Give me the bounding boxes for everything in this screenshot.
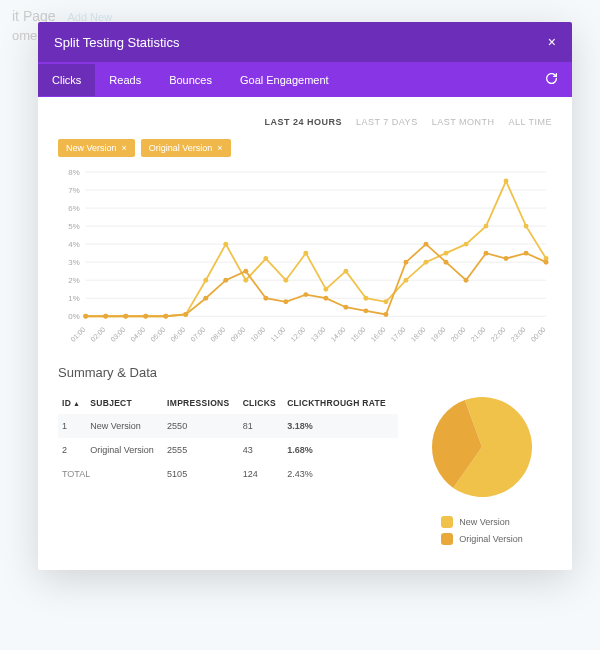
svg-text:10:00: 10:00 [249, 326, 266, 343]
svg-point-71 [183, 312, 188, 317]
legend-item: Original Version [441, 533, 523, 545]
svg-text:08:00: 08:00 [209, 326, 226, 343]
tab-bounces[interactable]: Bounces [155, 64, 226, 96]
svg-text:19:00: 19:00 [430, 326, 447, 343]
svg-point-89 [544, 260, 549, 265]
timerange-last-month[interactable]: LAST MONTH [432, 117, 495, 127]
svg-text:03:00: 03:00 [109, 326, 126, 343]
svg-point-88 [524, 251, 529, 256]
svg-point-79 [343, 305, 348, 310]
tab-clicks[interactable]: Clicks [38, 64, 95, 96]
svg-point-50 [243, 278, 248, 283]
summary-table: ID▲ SUBJECT IMPRESSIONS CLICKS CLICKTHRO… [58, 392, 398, 550]
svg-text:11:00: 11:00 [269, 326, 286, 343]
col-clicks[interactable]: CLICKS [239, 392, 284, 414]
svg-point-86 [484, 251, 489, 256]
time-range-selector: LAST 24 HOURSLAST 7 DAYSLAST MONTHALL TI… [58, 117, 552, 127]
table-row: 2Original Version2555431.68% [58, 438, 398, 462]
svg-point-74 [243, 269, 248, 274]
svg-text:22:00: 22:00 [490, 326, 507, 343]
svg-text:16:00: 16:00 [369, 326, 386, 343]
svg-text:12:00: 12:00 [289, 326, 306, 343]
svg-text:3%: 3% [68, 258, 79, 267]
col-impressions[interactable]: IMPRESSIONS [163, 392, 239, 414]
svg-text:04:00: 04:00 [129, 326, 146, 343]
svg-text:17:00: 17:00 [389, 326, 406, 343]
svg-point-80 [363, 308, 368, 313]
svg-text:15:00: 15:00 [349, 326, 366, 343]
svg-text:1%: 1% [68, 294, 79, 303]
svg-point-51 [263, 256, 268, 261]
svg-text:18:00: 18:00 [409, 326, 426, 343]
svg-point-78 [323, 296, 328, 301]
svg-text:23:00: 23:00 [510, 326, 527, 343]
svg-point-75 [263, 296, 268, 301]
svg-point-81 [383, 312, 388, 317]
chip-label: New Version [66, 143, 117, 153]
timerange-last-7-days[interactable]: LAST 7 DAYS [356, 117, 418, 127]
modal-body: LAST 24 HOURSLAST 7 DAYSLAST MONTHALL TI… [38, 97, 572, 570]
svg-text:00:00: 00:00 [530, 326, 547, 343]
timerange-all-time[interactable]: ALL TIME [508, 117, 552, 127]
legend-label: New Version [459, 517, 510, 527]
svg-text:07:00: 07:00 [189, 326, 206, 343]
svg-point-77 [303, 292, 308, 297]
modal-title: Split Testing Statistics [54, 35, 179, 50]
svg-point-60 [444, 251, 449, 256]
summary-title: Summary & Data [58, 365, 552, 380]
svg-point-85 [464, 278, 469, 283]
col-id[interactable]: ID▲ [58, 392, 86, 414]
svg-point-56 [363, 296, 368, 301]
timerange-last-24-hours[interactable]: LAST 24 HOURS [264, 117, 342, 127]
svg-point-83 [423, 242, 428, 247]
svg-point-61 [464, 242, 469, 247]
svg-point-72 [203, 296, 208, 301]
svg-point-62 [484, 224, 489, 229]
svg-text:14:00: 14:00 [329, 326, 346, 343]
svg-point-48 [203, 278, 208, 283]
table-total-row: TOTAL51051242.43% [58, 462, 398, 486]
svg-text:2%: 2% [68, 276, 79, 285]
svg-point-87 [504, 256, 509, 261]
svg-text:7%: 7% [68, 186, 79, 195]
svg-text:5%: 5% [68, 222, 79, 231]
tab-reads[interactable]: Reads [95, 64, 155, 96]
svg-point-63 [504, 179, 509, 184]
svg-point-82 [403, 260, 408, 265]
legend-label: Original Version [459, 534, 523, 544]
svg-point-66 [83, 314, 88, 319]
chip-label: Original Version [149, 143, 213, 153]
svg-text:21:00: 21:00 [470, 326, 487, 343]
pie-chart [427, 392, 537, 502]
svg-text:20:00: 20:00 [450, 326, 467, 343]
svg-text:8%: 8% [68, 168, 79, 177]
svg-point-76 [283, 299, 288, 304]
svg-point-54 [323, 287, 328, 292]
line-chart: 0%1%2%3%4%5%6%7%8%01:0002:0003:0004:0005… [58, 165, 552, 345]
svg-point-52 [283, 278, 288, 283]
svg-point-57 [383, 299, 388, 304]
svg-text:13:00: 13:00 [309, 326, 326, 343]
col-subject[interactable]: SUBJECT [86, 392, 163, 414]
modal-header: Split Testing Statistics × [38, 22, 572, 62]
svg-point-73 [223, 278, 228, 283]
refresh-icon[interactable] [531, 62, 572, 97]
tab-goal-engagement[interactable]: Goal Engagement [226, 64, 343, 96]
svg-point-53 [303, 251, 308, 256]
legend-item: New Version [441, 516, 523, 528]
legend-swatch [441, 533, 453, 545]
svg-point-84 [444, 260, 449, 265]
stats-modal: Split Testing Statistics × ClicksReadsBo… [38, 22, 572, 570]
svg-text:02:00: 02:00 [89, 326, 106, 343]
svg-point-59 [423, 260, 428, 265]
legend-swatch [441, 516, 453, 528]
close-icon[interactable]: × [548, 34, 556, 50]
chip-remove-icon[interactable]: × [217, 143, 222, 153]
svg-text:01:00: 01:00 [69, 326, 86, 343]
table-row: 1New Version2550813.18% [58, 414, 398, 438]
col-ctr[interactable]: CLICKTHROUGH RATE [283, 392, 398, 414]
svg-point-64 [524, 224, 529, 229]
svg-point-69 [143, 314, 148, 319]
metric-tabs: ClicksReadsBouncesGoal Engagement [38, 62, 572, 97]
chip-remove-icon[interactable]: × [122, 143, 127, 153]
